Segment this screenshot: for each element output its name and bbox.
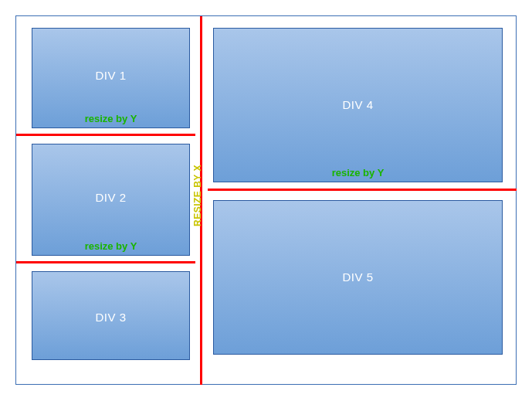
div-2-box: DIV 2 resize by Y (32, 144, 190, 256)
div-3-box: DIV 3 (32, 271, 190, 360)
page-border: DIV 1 resize by Y DIV 2 resize by Y DIV … (15, 15, 517, 385)
div-2-label: DIV 2 (32, 191, 189, 204)
divider-left-2[interactable] (16, 261, 195, 263)
div-5-label: DIV 5 (214, 270, 502, 284)
div-5-box: DIV 5 (213, 200, 503, 355)
divider-right-1[interactable] (208, 189, 517, 191)
div-4-resize-label: resize by Y (214, 167, 502, 178)
div-1-box: DIV 1 resize by Y (32, 28, 190, 128)
div-4-box: DIV 4 resize by Y (213, 28, 503, 182)
div-4-label: DIV 4 (214, 98, 502, 111)
div-1-resize-label: resize by Y (32, 113, 189, 124)
divider-left-1[interactable] (16, 134, 195, 136)
div-3-label: DIV 3 (32, 311, 189, 324)
div-2-resize-label: resize by Y (32, 240, 189, 252)
resize-x-label: RESIZE BY X (192, 165, 203, 226)
div-1-label: DIV 1 (32, 69, 189, 82)
